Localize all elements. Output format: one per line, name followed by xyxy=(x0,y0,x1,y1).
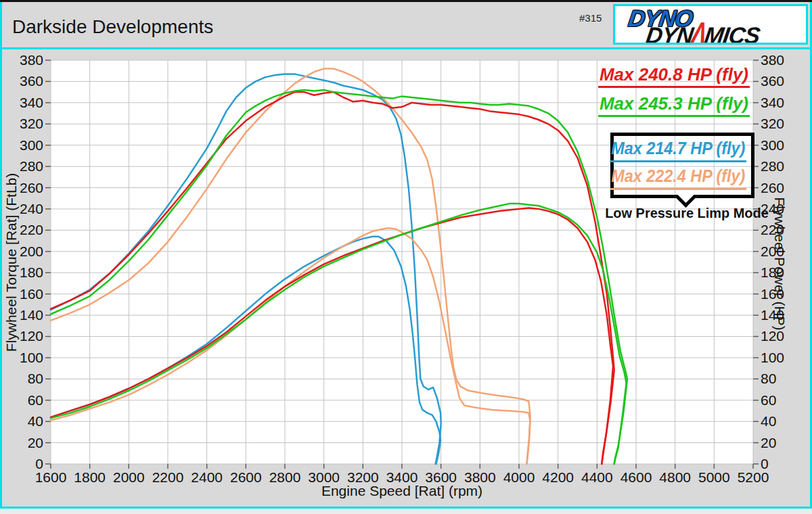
svg-text:40: 40 xyxy=(761,413,776,429)
svg-text:340: 340 xyxy=(20,95,43,110)
svg-text:4400: 4400 xyxy=(581,469,613,485)
limp-mode-callout-box: Max 214.7 HP (fly) Max 222.4 HP (fly) xyxy=(610,133,754,198)
svg-text:40: 40 xyxy=(28,413,43,429)
page-title: Darkside Developments xyxy=(12,16,213,38)
svg-text:360: 360 xyxy=(20,73,43,89)
header-divider xyxy=(2,47,810,49)
svg-text:5000: 5000 xyxy=(698,469,730,485)
svg-text:2600: 2600 xyxy=(230,469,262,485)
svg-text:1600: 1600 xyxy=(35,469,67,485)
svg-text:4000: 4000 xyxy=(503,469,535,485)
svg-text:2800: 2800 xyxy=(269,469,301,485)
legend-entry-green: Max 245.3 HP (fly) xyxy=(598,93,750,117)
svg-text:80: 80 xyxy=(28,371,43,386)
svg-text:4600: 4600 xyxy=(621,469,652,485)
y-axis-title-torque: Flywheel Torque [Rat] (FtLb) xyxy=(3,173,20,352)
svg-text:280: 280 xyxy=(761,158,784,174)
logo-dynamics-pre: DYN xyxy=(644,22,694,45)
svg-text:320: 320 xyxy=(20,116,43,131)
legend-entry-blue: Max 214.7 HP (fly) xyxy=(610,139,746,162)
svg-text:100: 100 xyxy=(20,350,43,365)
svg-text:260: 260 xyxy=(761,180,784,195)
legend-entry-red: Max 240.8 HP (fly) xyxy=(598,64,750,88)
legend-entry-orange: Max 222.4 HP (fly) xyxy=(610,166,746,190)
svg-text:300: 300 xyxy=(761,137,784,153)
svg-text:380: 380 xyxy=(20,52,43,68)
svg-text:4200: 4200 xyxy=(542,469,574,485)
x-axis-title: Engine Speed [Rat] (rpm) xyxy=(321,483,482,499)
svg-text:60: 60 xyxy=(28,392,43,408)
svg-text:280: 280 xyxy=(20,158,43,174)
svg-text:360: 360 xyxy=(761,73,784,89)
svg-text:20: 20 xyxy=(28,435,43,450)
svg-text:380: 380 xyxy=(761,52,784,68)
svg-text:240: 240 xyxy=(20,201,43,216)
svg-text:260: 260 xyxy=(20,180,43,195)
svg-text:160: 160 xyxy=(20,286,43,302)
y-axis-title-power: Flywheel Power (HP) xyxy=(771,197,788,330)
svg-text:20: 20 xyxy=(761,435,776,450)
run-number-badge: #315 xyxy=(579,12,602,24)
svg-text:220: 220 xyxy=(20,222,43,237)
svg-text:180: 180 xyxy=(20,264,43,280)
svg-text:340: 340 xyxy=(761,95,784,110)
svg-text:100: 100 xyxy=(761,350,784,365)
svg-text:2400: 2400 xyxy=(191,469,223,485)
svg-text:120: 120 xyxy=(20,328,43,344)
svg-text:2200: 2200 xyxy=(152,469,184,485)
limp-mode-caption: Low Pressure Limp Mode xyxy=(600,205,774,221)
svg-text:4800: 4800 xyxy=(659,469,691,485)
dyno-report-window: Darkside Developments #315 DYNO DYNΛMICS… xyxy=(0,0,812,514)
logo-dynamics-post: MICS xyxy=(703,22,761,45)
svg-text:2000: 2000 xyxy=(113,469,145,485)
dyno-dynamics-logo: DYNO DYNΛMICS xyxy=(613,4,808,45)
window-top-edge xyxy=(0,0,812,2)
logo-word-dynamics: DYNΛMICS xyxy=(645,24,761,45)
svg-text:80: 80 xyxy=(761,371,776,386)
svg-text:200: 200 xyxy=(20,243,43,259)
svg-text:5200: 5200 xyxy=(738,469,769,485)
svg-text:300: 300 xyxy=(20,137,43,153)
svg-text:320: 320 xyxy=(761,116,784,131)
svg-text:140: 140 xyxy=(20,307,43,323)
svg-text:1800: 1800 xyxy=(74,469,106,485)
svg-text:60: 60 xyxy=(761,392,776,408)
svg-text:120: 120 xyxy=(761,328,784,344)
